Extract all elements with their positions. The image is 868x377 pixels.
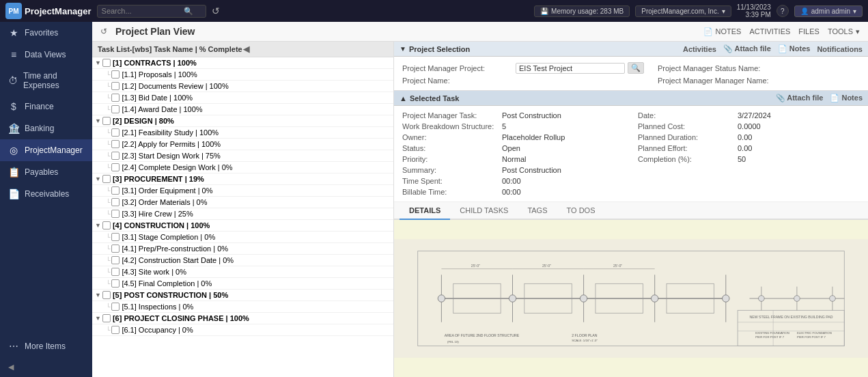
- task-checkbox[interactable]: [111, 186, 120, 195]
- task-checkbox[interactable]: [102, 314, 111, 322]
- task-row[interactable]: └ [3.1] Stage Completion | 0%: [92, 232, 393, 243]
- sidebar-item-project-manager[interactable]: ◎ ProjectManager: [0, 139, 92, 161]
- expand-icon[interactable]: ▼: [95, 222, 101, 229]
- back-icon[interactable]: ↺: [100, 27, 107, 36]
- expand-icon[interactable]: ▼: [95, 176, 101, 182]
- tree-line-icon: └: [106, 210, 110, 217]
- task-checkbox[interactable]: [111, 128, 120, 137]
- task-row[interactable]: └ [1.1] Proposals | 100%: [92, 69, 393, 81]
- task-row[interactable]: ▼ [5] POST CONSTRUCTION | 50%: [92, 290, 393, 301]
- task-checkbox[interactable]: [111, 210, 120, 218]
- expand-icon[interactable]: ▼: [95, 59, 101, 66]
- task-row[interactable]: └ [3.1] Order Equipment | 0%: [92, 185, 393, 197]
- project-manager-project-input[interactable]: [516, 63, 625, 74]
- attach-file-tool2-button[interactable]: 📎 Attach file: [776, 94, 824, 102]
- task-row[interactable]: ▼ [2] DESIGN | 80%: [92, 115, 393, 127]
- task-checkbox[interactable]: [111, 140, 120, 148]
- task-panel-collapse[interactable]: ◀: [243, 44, 389, 54]
- expand-icon[interactable]: ▼: [95, 292, 101, 298]
- project-selection-header: ▼ Project Selection Activities 📎 Attach …: [394, 42, 868, 57]
- sidebar-item-payables[interactable]: 📋 Payables: [0, 161, 92, 183]
- selected-task-toggle[interactable]: ▲: [400, 94, 407, 102]
- task-checkbox[interactable]: [102, 117, 111, 125]
- task-checkbox[interactable]: [111, 70, 120, 79]
- sidebar-item-time-expenses[interactable]: ⏱ Time and Expenses: [0, 66, 92, 96]
- company-dropdown[interactable]: ProjectManager.com, Inc. ▾: [635, 5, 731, 17]
- task-row[interactable]: └ [6.1] Occupancy | 0%: [92, 324, 393, 336]
- task-checkbox[interactable]: [111, 303, 120, 311]
- tools-button[interactable]: TOOLS ▾: [828, 27, 860, 36]
- expand-icon[interactable]: ▼: [95, 315, 101, 322]
- task-row[interactable]: └ [4.5] Final Completion | 0%: [92, 278, 393, 290]
- project-search-button[interactable]: 🔍: [628, 62, 644, 74]
- files-button[interactable]: FILES: [798, 27, 820, 36]
- task-row[interactable]: └ [4.3] Site work | 0%: [92, 266, 393, 278]
- task-checkbox[interactable]: [102, 175, 111, 183]
- task-row[interactable]: └ [4.1] Prep/Pre-construction | 0%: [92, 243, 393, 255]
- task-tree[interactable]: ▼ [1] CONTRACTS | 100% └ [1.1] Proposals…: [92, 57, 393, 377]
- task-checkbox[interactable]: [111, 198, 120, 206]
- task-checkbox[interactable]: [111, 94, 120, 102]
- task-row[interactable]: └ [2.4] Complete Design Work | 0%: [92, 162, 393, 173]
- project-selection-toggle[interactable]: ▼: [400, 45, 406, 53]
- task-row[interactable]: └ [3.3] Hire Crew | 25%: [92, 208, 393, 220]
- task-checkbox[interactable]: [111, 256, 120, 264]
- sidebar-item-more-items[interactable]: ⋯ More Items: [0, 335, 92, 357]
- attach-file-tool-button[interactable]: 📎 Attach file: [723, 44, 771, 53]
- task-checkbox[interactable]: [111, 105, 120, 113]
- tab-child-tasks[interactable]: CHILD TASKS: [450, 202, 518, 220]
- help-button[interactable]: ?: [776, 5, 789, 17]
- task-row[interactable]: └ [1.4] Award Date | 100%: [92, 104, 393, 115]
- task-row[interactable]: └ [1.3] Bid Date | 100%: [92, 92, 393, 104]
- detail-row-wbs: Work Breakdown Structure: 5: [402, 121, 624, 132]
- detail-value-date: 3/27/2024: [738, 111, 771, 120]
- task-row[interactable]: ▼ [3] PROCUREMENT | 19%: [92, 173, 393, 185]
- activities-button[interactable]: ACTIVITIES: [749, 27, 790, 36]
- sidebar-item-finance[interactable]: $ Finance: [0, 96, 92, 117]
- refresh-icon[interactable]: ↺: [212, 5, 220, 16]
- detail-label-wbs: Work Breakdown Structure:: [402, 122, 498, 130]
- task-row[interactable]: └ [2.1] Feasibility Study | 100%: [92, 127, 393, 139]
- tab-to-dos[interactable]: TO DOS: [557, 202, 605, 220]
- task-checkbox[interactable]: [102, 59, 111, 67]
- task-row[interactable]: └ [3.2] Order Materials | 0%: [92, 197, 393, 208]
- task-checkbox[interactable]: [111, 326, 120, 334]
- tab-tags[interactable]: TAGS: [518, 202, 557, 220]
- notes-icon: 📄: [703, 27, 713, 36]
- task-checkbox[interactable]: [111, 152, 120, 160]
- task-checkbox[interactable]: [111, 233, 120, 241]
- notifications-tool-button[interactable]: Notifications: [817, 45, 863, 53]
- notes-tool2-button[interactable]: 📄 Notes: [830, 94, 863, 102]
- sidebar-item-favorites[interactable]: ★ Favorites: [0, 22, 92, 44]
- sidebar-item-banking[interactable]: 🏦 Banking: [0, 117, 92, 139]
- detail-label-date: Date:: [638, 111, 733, 120]
- task-checkbox[interactable]: [111, 268, 120, 276]
- sidebar-item-data-views[interactable]: ≡ Data Views: [0, 44, 92, 66]
- notes-button[interactable]: 📄 NOTES: [703, 27, 742, 36]
- task-row[interactable]: ▼ [4] CONSTRUCTION | 100%: [92, 220, 393, 232]
- task-row[interactable]: ▼ [6] PROJECT CLOSING PHASE | 100%: [92, 313, 393, 324]
- task-row[interactable]: └ [2.3] Start Design Work | 75%: [92, 150, 393, 162]
- task-checkbox[interactable]: [111, 82, 120, 90]
- activities-tool-button[interactable]: Activities: [683, 45, 716, 53]
- task-row[interactable]: └ [5.1] Inspections | 0%: [92, 301, 393, 313]
- task-row[interactable]: └ [2.2] Apply for Permits | 100%: [92, 139, 393, 150]
- task-checkbox[interactable]: [102, 291, 111, 299]
- expand-icon[interactable]: ▼: [95, 117, 101, 124]
- svg-point-26: [651, 295, 658, 302]
- search-input[interactable]: [102, 7, 184, 15]
- sidebar-collapse[interactable]: ◀: [0, 357, 92, 377]
- task-checkbox[interactable]: [111, 279, 120, 288]
- task-checkbox[interactable]: [102, 221, 111, 229]
- notes-tool-button[interactable]: 📄 Notes: [778, 44, 811, 53]
- task-checkbox[interactable]: [111, 163, 120, 171]
- task-row[interactable]: └ [4.2] Construction Start Date | 0%: [92, 255, 393, 266]
- task-checkbox[interactable]: [111, 245, 120, 253]
- task-row[interactable]: ▼ [1] CONTRACTS | 100%: [92, 57, 393, 69]
- user-button[interactable]: 👤 admin admin ▾: [794, 5, 863, 17]
- task-row[interactable]: └ [1.2] Documents Review | 100%: [92, 81, 393, 92]
- sidebar-item-receivables[interactable]: 📄 Receivables: [0, 183, 92, 205]
- tree-line-icon: └: [106, 106, 110, 113]
- tab-details[interactable]: DETAILS: [400, 202, 450, 220]
- search-bar[interactable]: 🔍: [97, 5, 206, 18]
